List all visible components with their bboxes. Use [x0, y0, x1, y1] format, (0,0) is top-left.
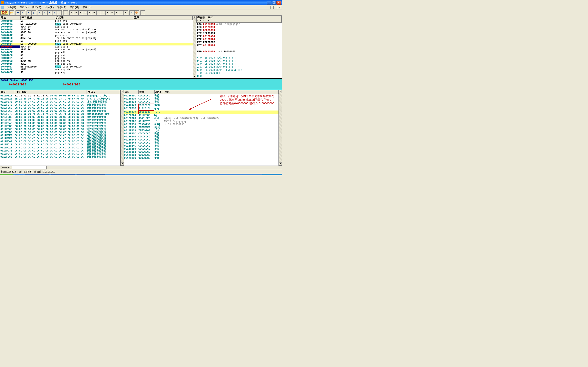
- disassembly-pane[interactable]: 地址 HEX 数据 反汇编 注释 0040104050push eax00401…: [0, 16, 193, 78]
- menu-item[interactable]: 窗口(W): [68, 6, 81, 9]
- disasm-row[interactable]: 0040105983C4 08add esp,8: [0, 45, 193, 48]
- dump-row[interactable]: 0012FB3800 90 FD 7F CC CC CC CC CC CC CC…: [0, 100, 120, 104]
- dump-row[interactable]: 0012FBB8CC CC CC CC CC CC CC CC CC CC CC…: [0, 125, 120, 128]
- disasm-row[interactable]: 00401041E8 FA010000call test.00401240: [0, 23, 193, 25]
- disasm-row[interactable]: 0040104683C4 08add esp,8: [0, 25, 193, 28]
- stack-row[interactable]: 0012FB387FFD9000.�ý: [124, 129, 278, 132]
- dump-row[interactable]: 0012FB28EB 10 40 00 7C FB 12 00 38 07 93…: [0, 98, 120, 100]
- stack-row[interactable]: 0012FB1C71717171qqqq: [124, 107, 278, 110]
- dump-col-ascii[interactable]: ASCII: [87, 90, 120, 94]
- dump-row[interactable]: 0012FB48CC CC CC CC CC CC CC CC CC CC CC…: [0, 104, 120, 107]
- view-B-button[interactable]: B: [110, 10, 114, 15]
- traceover-button[interactable]: ⇶: [52, 10, 57, 15]
- stack-row[interactable]: 0012FB58CCCCCCCC烫烫: [124, 154, 278, 157]
- disasm-scrollbar[interactable]: ▲▼: [193, 16, 196, 78]
- dump-row[interactable]: 0012FBE8CC CC CC CC CC CC CC CC CC CC CC…: [0, 134, 120, 137]
- view-/-button[interactable]: /: [101, 10, 105, 15]
- stack-scrollbar[interactable]: ▲▼: [278, 90, 282, 166]
- col-hex[interactable]: HEX 数据: [21, 16, 55, 20]
- disasm-row[interactable]: 0040105C8B45 FCmov eax,dword ptr ss:[ebp…: [0, 48, 193, 51]
- menu-item[interactable]: 插件(P): [43, 6, 56, 9]
- disasm-row[interactable]: 004010508D55 F4lea edx,dword ptr ss:[ebp…: [0, 37, 193, 40]
- view-L-button[interactable]: L: [69, 10, 74, 15]
- dump-row[interactable]: 0012FC28CC CC CC CC CC CC CC CC CC CC CC…: [0, 146, 120, 150]
- view-M-button[interactable]: M: [78, 10, 83, 15]
- close-prog-button[interactable]: ✕: [20, 10, 25, 15]
- execute-till-button[interactable]: →|: [57, 10, 62, 15]
- menu-item[interactable]: 查看(V): [18, 6, 31, 9]
- view-K-button[interactable]: K: [105, 10, 110, 15]
- col-address[interactable]: 地址: [0, 16, 21, 20]
- stack-row[interactable]: 0012FB48CCCCCCCC烫烫: [124, 142, 278, 145]
- col-comment[interactable]: 注释: [133, 16, 192, 20]
- mdi-close-button[interactable]: ×: [278, 6, 281, 9]
- dump-row[interactable]: 0012FBC8CC CC CC CC CC CC CC CC CC CC CC…: [0, 128, 120, 131]
- disasm-row[interactable]: 00401067E8 64020000call test.004012D0: [0, 66, 193, 68]
- dump-row[interactable]: 0012FC18CC CC CC CC CC CC CC CC CC CC CC…: [0, 143, 120, 146]
- disasm-row[interactable]: 004010498945 FCmov dword ptr ss:[ebp-4],…: [0, 28, 193, 31]
- dump-row[interactable]: 0012FC58CC CC CC CC CC CC CC CC CC CC CC…: [0, 156, 120, 159]
- stack-row[interactable]: 0012FB34FFFFFFFFÿÿÿÿ: [124, 126, 278, 129]
- appearance-button[interactable]: 🎨: [134, 10, 139, 15]
- view-H-button[interactable]: H: [92, 10, 96, 15]
- run-button[interactable]: ▶: [26, 10, 31, 15]
- tray-icon[interactable]: 🔊: [264, 175, 268, 175]
- goto-button[interactable]: →: [63, 10, 68, 15]
- dump-row[interactable]: 0012FB78CC CC CC CC 71 71 71 71 71 71 71…: [0, 113, 120, 116]
- dump-row[interactable]: 0012FB88CC CC CC CC CC CC CC CC CC CC CC…: [0, 116, 120, 119]
- minimize-button[interactable]: _: [267, 1, 271, 5]
- pause-button[interactable]: ‖: [31, 10, 36, 15]
- stack-row[interactable]: 0012FB5CCCCCCCCC烫烫: [124, 157, 278, 160]
- view-C-button[interactable]: C: [96, 10, 101, 15]
- dump-row[interactable]: 0012FC48CC CC CC CC CC CC CC CC CC CC CC…: [0, 152, 120, 156]
- menu-item[interactable]: 帮助(H): [81, 6, 94, 9]
- view-S-button[interactable]: S: [123, 10, 128, 15]
- disasm-row[interactable]: 0040105352push edx: [0, 40, 193, 43]
- dump-row[interactable]: 0012FBA8CC CC CC CC CC CC CC CC CC CC CC…: [0, 122, 120, 125]
- dump-col-addr[interactable]: 地址: [0, 90, 15, 94]
- dump-row[interactable]: 0012FB58CC CC CC CC CC CC CC CC CC CC CC…: [0, 107, 120, 110]
- dump-row[interactable]: 0012FC08CC CC CC CC CC CC CC CC CC CC CC…: [0, 140, 120, 143]
- stack-row[interactable]: 0012FB2000000000....: [124, 110, 278, 114]
- stack-row[interactable]: 0012FB240012FF80�ÿ.: [124, 114, 278, 117]
- stack-row[interactable]: 0012FB307C9307388.�|ntdll.7C930738: [124, 123, 278, 126]
- disasm-row[interactable]: 0040106E5Dpop ebp: [0, 71, 193, 74]
- maximize-button[interactable]: ❐: [272, 1, 276, 5]
- options-button[interactable]: ⚙: [130, 10, 134, 15]
- disasm-row[interactable]: 0040106C8BE5mov esp,ebp: [0, 68, 193, 71]
- dump-col-hex[interactable]: HEX 数据: [15, 90, 87, 94]
- open-button[interactable]: 📂: [9, 10, 14, 15]
- stack-row[interactable]: 0012FB44CCCCCCCC烫烫: [124, 138, 278, 142]
- dump-scrollbar[interactable]: ▲▼: [121, 90, 124, 166]
- stack-row[interactable]: 0012FB3CCCCCCCCC烫烫: [124, 132, 278, 135]
- view-R-button[interactable]: R: [114, 10, 119, 15]
- dump-row[interactable]: 0012FBD8CC CC CC CC CC CC CC CC CC CC CC…: [0, 131, 120, 134]
- disasm-row[interactable]: 0040106283C4 4Cadd esp,4C: [0, 60, 193, 63]
- stack-row[interactable]: 0012FB40CCCCCCCC烫烫: [124, 135, 278, 138]
- disasm-row[interactable]: 0040104050push eax: [0, 20, 193, 23]
- disasm-row[interactable]: 0040105F5Fpop edi: [0, 51, 193, 54]
- dump-row[interactable]: 0012FC38CC CC CC CC CC CC CC CC CC CC CC…: [0, 150, 120, 152]
- command-input[interactable]: [12, 166, 47, 169]
- taskbar-task[interactable]: test - Microsoft...: [25, 174, 50, 175]
- dump-row[interactable]: 0012FB68CC CC CC CC CC CC CC CC CC CC CC…: [0, 110, 120, 113]
- stack-col-value[interactable]: 数值: [139, 90, 155, 94]
- menu-item[interactable]: 调试(D): [30, 6, 43, 9]
- stack-col-comment[interactable]: 注释: [164, 90, 278, 94]
- tray-icon[interactable]: 🛡: [269, 175, 271, 175]
- quicklaunch-desktop-icon[interactable]: [20, 175, 23, 175]
- col-disasm[interactable]: 反汇编: [55, 16, 133, 20]
- system-tray[interactable]: 🔊 🛡 15:41: [262, 174, 282, 175]
- disasm-row[interactable]: 004010605Epop esi: [0, 54, 193, 57]
- registers-pane[interactable]: 寄存器 (FPU)<<<<< EAX 0012FB18 ASCII "qqqqq…: [196, 16, 282, 78]
- stack-col-ascii[interactable]: ASCI: [155, 90, 164, 94]
- stack-row[interactable]: 0012FB2C0012FB7C|û.ASCII "qqqqqqqq": [124, 120, 278, 123]
- start-button[interactable]: 开始: [0, 174, 14, 175]
- stack-row[interactable]: 0012FB50CCCCCCCC烫烫: [124, 148, 278, 151]
- mdi-restore-button[interactable]: ❐: [274, 6, 277, 9]
- dump-pane[interactable]: 地址 HEX 数据 ASCII 0012FB1871 71 71 71 71 7…: [0, 90, 121, 166]
- view-T-button[interactable]: T: [83, 10, 87, 15]
- disasm-row[interactable]: 004010653BECcmp ebp,esp: [0, 63, 193, 66]
- stack-pane[interactable]: 地址 数值 ASCI 注释 0012FB0CCCCCCCCC烫烫0012FB10…: [124, 90, 278, 166]
- restart-button[interactable]: ◀◀: [16, 10, 20, 15]
